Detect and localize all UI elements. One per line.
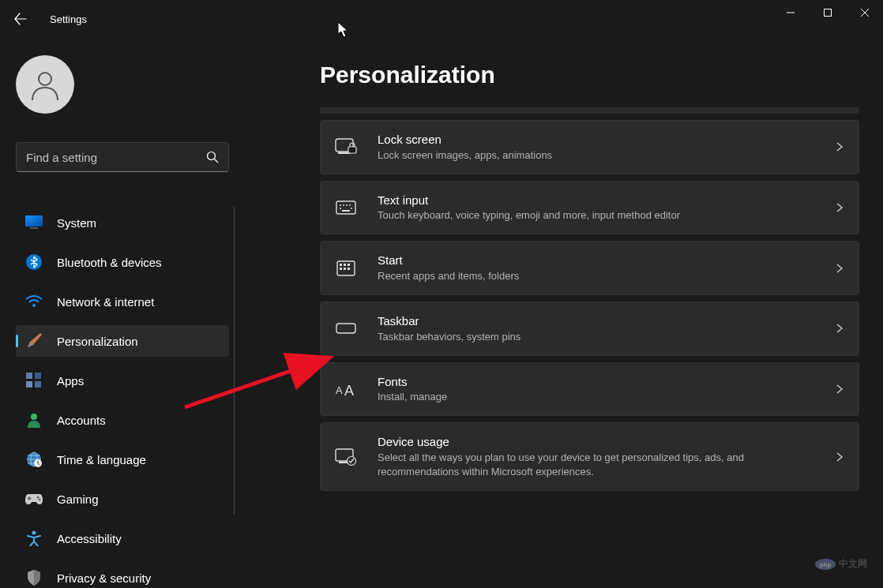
setting-lock-screen[interactable]: Lock screen Lock screen images, apps, an… (320, 120, 859, 174)
setting-device-usage[interactable]: Device usage Select all the ways you pla… (320, 422, 859, 491)
svg-rect-29 (342, 210, 350, 212)
person-icon (28, 67, 62, 102)
nav-personalization[interactable]: Personalization (16, 325, 229, 357)
svg-point-18 (32, 531, 36, 535)
person-icon (25, 411, 43, 429)
nav-network[interactable]: Network & internet (16, 286, 229, 317)
start-icon (335, 257, 357, 279)
setting-title: Lock screen (378, 132, 552, 148)
svg-rect-4 (25, 215, 43, 227)
sidebar: System Bluetooth & devices Network & int… (0, 38, 245, 588)
nav-list: System Bluetooth & devices Network & int… (16, 207, 245, 588)
chevron-right-icon (835, 264, 844, 273)
nav-label: Time & language (57, 453, 146, 466)
chevron-right-icon (835, 142, 844, 152)
setting-desc: Lock screen images, apps, animations (378, 148, 552, 163)
svg-rect-0 (824, 9, 831, 17)
svg-text:php: php (820, 561, 832, 568)
back-arrow-icon (14, 13, 27, 25)
page-title: Personalization (320, 62, 859, 88)
svg-point-1 (39, 73, 51, 85)
svg-point-16 (37, 496, 39, 499)
svg-rect-5 (30, 227, 38, 229)
setting-fonts[interactable]: AA Fonts Install, manage (320, 362, 859, 417)
svg-point-28 (351, 208, 352, 209)
svg-point-2 (208, 152, 216, 160)
chevron-right-icon (835, 452, 844, 462)
nav-system[interactable]: System (16, 207, 229, 238)
nav-label: Apps (57, 374, 84, 388)
close-icon (861, 9, 869, 17)
nav-label: Gaming (57, 492, 99, 506)
svg-point-25 (346, 204, 348, 206)
back-button[interactable] (14, 5, 46, 33)
setting-title: Fonts (378, 374, 447, 390)
accessibility-icon (25, 530, 43, 547)
nav-accounts[interactable]: Accounts (16, 404, 229, 436)
bluetooth-icon (25, 253, 43, 271)
monitor-icon (25, 214, 43, 231)
shield-icon (25, 569, 43, 586)
nav-gaming[interactable]: Gaming (16, 483, 229, 515)
minimize-button[interactable] (772, 0, 809, 25)
nav-bluetooth[interactable]: Bluetooth & devices (16, 246, 229, 278)
nav-label: Accessibility (57, 532, 122, 545)
fonts-icon: AA (335, 378, 357, 400)
svg-rect-11 (35, 381, 41, 388)
svg-point-24 (343, 204, 344, 206)
previous-item-edge (320, 107, 859, 114)
svg-rect-36 (348, 268, 350, 270)
setting-text-input[interactable]: Text input Touch keyboard, voice typing,… (320, 181, 859, 235)
brush-icon (25, 332, 43, 350)
svg-rect-22 (336, 201, 355, 214)
maximize-button[interactable] (809, 0, 846, 25)
search-box[interactable] (16, 142, 229, 172)
maximize-icon (824, 9, 832, 17)
nav-scrollbar[interactable] (234, 207, 235, 515)
gamepad-icon (25, 490, 43, 507)
nav-apps[interactable]: Apps (16, 365, 229, 396)
globe-icon (25, 451, 43, 468)
nav-time-language[interactable]: Time & language (16, 444, 229, 475)
svg-point-26 (349, 204, 351, 206)
setting-desc: Taskbar behaviors, system pins (378, 330, 520, 344)
svg-rect-33 (348, 264, 350, 266)
search-input[interactable] (26, 151, 206, 164)
user-avatar[interactable] (16, 55, 74, 114)
nav-label: Privacy & security (57, 571, 151, 585)
search-icon (206, 151, 219, 163)
php-logo-icon: php (815, 559, 836, 570)
svg-text:A: A (336, 384, 343, 396)
wifi-icon (25, 293, 43, 310)
setting-title: Device usage (378, 434, 816, 450)
device-usage-icon (335, 446, 357, 468)
svg-rect-37 (336, 324, 355, 333)
svg-point-17 (39, 499, 41, 501)
svg-rect-8 (26, 373, 32, 379)
setting-title: Start (378, 253, 519, 268)
watermark-text: 中文网 (839, 557, 867, 571)
nav-label: Accounts (57, 414, 106, 427)
chevron-right-icon (835, 384, 844, 394)
mouse-cursor (337, 21, 350, 39)
svg-point-12 (31, 414, 37, 420)
nav-privacy[interactable]: Privacy & security (16, 562, 229, 588)
keyboard-icon (335, 197, 357, 219)
nav-accessibility[interactable]: Accessibility (16, 522, 229, 554)
nav-label: Network & internet (57, 295, 154, 309)
svg-point-23 (340, 204, 341, 206)
app-title: Settings (50, 13, 87, 25)
apps-icon (25, 372, 43, 389)
svg-rect-34 (340, 268, 342, 270)
close-button[interactable] (846, 0, 883, 25)
setting-desc: Recent apps and items, folders (378, 269, 519, 283)
svg-rect-10 (26, 381, 32, 388)
setting-desc: Touch keyboard, voice typing, emoji and … (378, 208, 680, 223)
nav-label: Personalization (57, 335, 138, 348)
nav-label: System (57, 216, 96, 230)
setting-taskbar[interactable]: Taskbar Taskbar behaviors, system pins (320, 301, 859, 356)
svg-rect-32 (344, 264, 346, 266)
chevron-right-icon (835, 324, 844, 333)
setting-start[interactable]: Start Recent apps and items, folders (320, 241, 859, 295)
setting-desc: Install, manage (378, 390, 447, 404)
